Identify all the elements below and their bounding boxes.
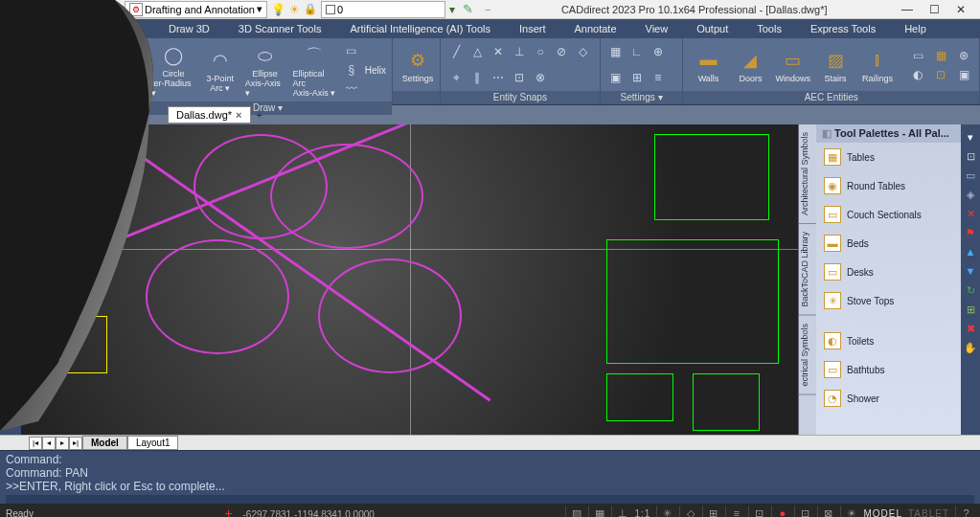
doc-tab-add[interactable]: +: [251, 107, 268, 123]
palette-item-bathtubs[interactable]: ▭Bathtubs: [816, 355, 961, 384]
dropdown-arrow-icon[interactable]: ▾: [115, 3, 121, 16]
esnap-parallel-icon[interactable]: ∥: [467, 69, 487, 86]
esnap-extension-icon[interactable]: ⋯: [489, 69, 508, 86]
close-button[interactable]: ✕: [951, 2, 970, 17]
left-tool2[interactable]: ◈: [3, 165, 18, 180]
sb-ratio[interactable]: 1:1: [634, 508, 650, 518]
sb-rec-icon[interactable]: ●: [771, 506, 788, 517]
r-hand-icon[interactable]: ✋: [964, 341, 977, 354]
bulb-icon[interactable]: 💡: [271, 3, 285, 16]
workspace-selector[interactable]: ⚙ Drafting and Annotation ▾: [125, 1, 267, 18]
esnap-none-icon[interactable]: ⊗: [531, 69, 550, 86]
windows-button[interactable]: ▭Windows: [773, 45, 812, 85]
r-info-icon[interactable]: ▲: [964, 245, 977, 258]
otrack-icon[interactable]: ⊞: [627, 69, 647, 86]
grid-icon[interactable]: ▦: [606, 43, 626, 60]
layout-first[interactable]: |◂: [29, 437, 42, 450]
stairs-button[interactable]: ▨Stairs: [816, 45, 855, 85]
menu-ai[interactable]: Artificial Intelligence (AI) Tools: [344, 21, 496, 36]
esnap-tangent-icon[interactable]: ⊘: [552, 43, 571, 60]
layout-tab-model[interactable]: Model: [82, 436, 127, 450]
palette-item-toilets[interactable]: ◐Toilets: [816, 326, 961, 355]
r-close-icon[interactable]: ✕: [964, 207, 977, 220]
sb-grid-icon[interactable]: ▦: [588, 506, 605, 517]
r-layer-icon[interactable]: ◈: [964, 188, 977, 201]
palette-item-round-tables[interactable]: ◉Round Tables: [816, 171, 961, 200]
r-prop-icon[interactable]: ⊡: [964, 149, 977, 163]
minimize-button[interactable]: —: [898, 2, 917, 17]
sb-lwt-icon[interactable]: ≡: [725, 506, 742, 517]
menu-3dscanner[interactable]: 3D Scanner Tools: [233, 21, 328, 36]
railings-button[interactable]: ⫿Railings: [858, 45, 897, 85]
sb-osnap-icon[interactable]: ◇: [679, 506, 696, 517]
sun-icon[interactable]: ☀: [289, 3, 300, 16]
esnap-midpoint-icon[interactable]: △: [467, 43, 487, 60]
sb-snap-icon[interactable]: ▨: [565, 506, 582, 517]
menu-insert[interactable]: Insert: [513, 21, 552, 36]
left-tool4[interactable]: ✎: [3, 207, 18, 222]
r-tree-icon[interactable]: ⊞: [964, 303, 977, 316]
sb-help-icon[interactable]: ?: [955, 506, 972, 517]
palette-item-shower[interactable]: ◔Shower: [816, 384, 961, 413]
sb-vis-icon[interactable]: ☀: [840, 506, 857, 517]
aec-opt4-icon[interactable]: ⊡: [931, 66, 950, 83]
curve-icon[interactable]: 〰: [342, 80, 361, 98]
r-info2-icon[interactable]: ▼: [964, 264, 977, 278]
menu-draw3d[interactable]: Draw 3D: [163, 21, 216, 36]
walls-button[interactable]: ▬Walls: [689, 45, 727, 85]
doc-tab-close[interactable]: ×: [236, 109, 241, 121]
snap-icon[interactable]: ▣: [606, 69, 626, 86]
arc-button[interactable]: ◠ 3-Point Arc ▾: [201, 45, 239, 95]
aec-opt3-icon[interactable]: ▦: [931, 47, 950, 64]
r-ok-icon[interactable]: ↻: [964, 283, 977, 297]
lock-icon[interactable]: 🔒: [304, 3, 317, 15]
left-tool5[interactable]: ⊕: [3, 228, 18, 243]
left-refresh-icon[interactable]: ↻: [3, 249, 18, 264]
aec-opt6-icon[interactable]: ▣: [954, 66, 973, 83]
r-note-icon[interactable]: ▭: [964, 169, 977, 182]
polar-icon[interactable]: ⊕: [649, 43, 668, 60]
esnap-intersection-icon[interactable]: ✕: [489, 43, 508, 60]
brush-icon[interactable]: ✎: [459, 2, 473, 16]
sb-ann-icon[interactable]: ⊡: [794, 506, 811, 517]
layout-tab-layout1[interactable]: Layout1: [127, 436, 179, 450]
sb-scale-icon[interactable]: ⊠: [817, 506, 834, 517]
esnap-center-icon[interactable]: ○: [531, 43, 550, 60]
layout-prev[interactable]: ◂: [42, 437, 56, 450]
sb-tablet[interactable]: TABLET: [908, 508, 949, 518]
palette-item-stove[interactable]: ✳Stove Tops: [816, 286, 961, 315]
helix-icon[interactable]: §: [342, 61, 361, 79]
layout-next[interactable]: ▸: [56, 437, 69, 450]
r-err-icon[interactable]: ✖: [964, 322, 977, 335]
esnap-nearest-icon[interactable]: ⌖: [446, 69, 466, 86]
ortho-icon[interactable]: ∟: [627, 43, 647, 60]
settings-button[interactable]: ⚙ Settings: [399, 45, 437, 85]
doc-tab-dallas[interactable]: Dallas.dwg* ×: [168, 106, 251, 124]
menu-help[interactable]: Help: [899, 21, 932, 36]
menu-view[interactable]: View: [640, 21, 674, 36]
aec-opt2-icon[interactable]: ◐: [908, 66, 927, 83]
palette-item-desks[interactable]: ▭Desks: [816, 258, 961, 286]
layout-last[interactable]: ▸|: [69, 437, 82, 450]
sb-dyn-icon[interactable]: ⊡: [748, 506, 765, 517]
settings2-label[interactable]: Settings ▾: [601, 91, 683, 104]
aec-opt1-icon[interactable]: ▭: [908, 47, 927, 64]
properties-icon[interactable]: ▾: [449, 3, 455, 16]
sb-model[interactable]: MODEL: [863, 508, 902, 518]
palette-tab-arch[interactable]: Architectural Symbols: [799, 124, 816, 224]
drawing-canvas[interactable]: [21, 124, 798, 435]
left-tool3[interactable]: ⊡: [3, 186, 18, 201]
esnap-insert-icon[interactable]: ⊡: [510, 69, 529, 86]
layer-selector[interactable]: 0: [321, 1, 445, 18]
sb-otrack-icon[interactable]: ⊞: [702, 506, 719, 517]
menu-express[interactable]: Express Tools: [805, 21, 881, 36]
palette-tab-electrical[interactable]: ectrical Symbols: [799, 316, 816, 395]
menu-annotate[interactable]: Annotate: [568, 21, 622, 36]
sb-ortho-icon[interactable]: ⊥: [611, 506, 628, 517]
maximize-button[interactable]: ☐: [924, 2, 944, 17]
r-arrow-icon[interactable]: ▾: [964, 130, 977, 144]
ellipse-button[interactable]: ⬭ Ellipse Axis-Axis ▾: [243, 40, 287, 100]
rect-icon[interactable]: ▭: [342, 42, 361, 59]
sb-polar-icon[interactable]: ✳: [656, 506, 673, 517]
elliptical-arc-button[interactable]: ⌒ Elliptical Arc Axis-Axis ▾: [290, 40, 337, 100]
